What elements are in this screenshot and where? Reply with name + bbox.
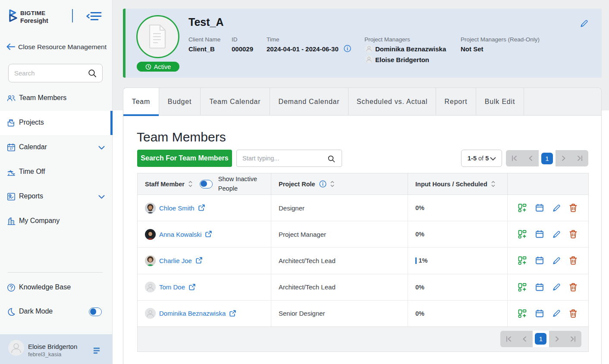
svg-text:17: 17 xyxy=(9,147,13,150)
